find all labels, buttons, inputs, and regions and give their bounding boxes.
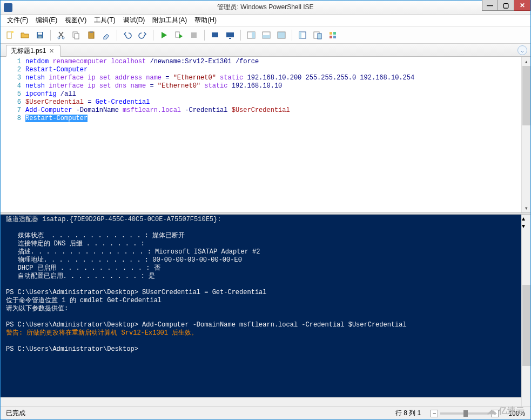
menu-debug[interactable]: 调试(D) bbox=[120, 15, 149, 26]
cursor-position: 行 8 列 1 bbox=[395, 409, 421, 418]
copy-icon[interactable] bbox=[70, 29, 82, 41]
tab-close-icon[interactable]: ✕ bbox=[49, 48, 56, 54]
statusbar: 已完成 行 8 列 1 − + 100% bbox=[1, 406, 530, 419]
console-output[interactable]: 隧道适配器 isatap.{7DE9D2GP-455C-40C5-0C0E-A7… bbox=[1, 215, 521, 406]
svg-rect-4 bbox=[38, 36, 42, 38]
code-content[interactable]: netdom renamecomputer localhost /newname… bbox=[25, 57, 521, 212]
scroll-up-icon[interactable]: ▴ bbox=[522, 57, 530, 66]
layout-right-icon[interactable] bbox=[245, 29, 257, 41]
scrollbar-thumb[interactable] bbox=[522, 66, 530, 125]
toolbar-separator bbox=[117, 30, 117, 41]
commands-pane-toggle[interactable]: ⌵ bbox=[517, 45, 527, 55]
menu-addons[interactable]: 附加工具(A) bbox=[149, 15, 190, 26]
svg-rect-1 bbox=[11, 31, 14, 33]
svg-rect-27 bbox=[333, 36, 336, 38]
menu-file[interactable]: 文件(F) bbox=[4, 15, 31, 26]
app-icon bbox=[4, 3, 12, 12]
save-icon[interactable] bbox=[34, 29, 46, 41]
console-scrollbar-horizontal[interactable] bbox=[1, 397, 521, 406]
stop-icon[interactable] bbox=[188, 29, 200, 41]
svg-rect-14 bbox=[226, 32, 234, 37]
scrollbar-thumb[interactable] bbox=[522, 285, 530, 366]
new-file-icon[interactable] bbox=[4, 29, 16, 41]
svg-rect-12 bbox=[191, 32, 197, 38]
minimize-button[interactable]: — bbox=[482, 0, 498, 11]
cut-icon[interactable] bbox=[55, 29, 67, 41]
svg-rect-26 bbox=[330, 36, 332, 38]
toolbar-separator bbox=[153, 30, 153, 41]
clear-icon[interactable] bbox=[100, 29, 112, 41]
tab-active[interactable]: 无标题1.ps1 ✕ bbox=[6, 45, 61, 57]
svg-rect-18 bbox=[263, 35, 270, 38]
zoom-thumb[interactable] bbox=[463, 410, 468, 417]
toolbox-icon[interactable] bbox=[327, 29, 339, 41]
editor-scrollbar-vertical[interactable]: ▴ ▾ bbox=[521, 57, 530, 212]
console-pane: 隧道适配器 isatap.{7DE9D2GP-455C-40C5-0C0E-A7… bbox=[1, 215, 530, 406]
zoom-level: 100% bbox=[508, 410, 525, 417]
menu-tools[interactable]: 工具(T) bbox=[91, 15, 118, 26]
window-root: 管理员: Windows PowerShell ISE — ▢ ✕ 文件(F) … bbox=[0, 0, 531, 420]
scroll-up-icon[interactable]: ▴ bbox=[522, 215, 530, 222]
open-folder-icon[interactable] bbox=[19, 29, 31, 41]
zoom-slider[interactable]: − + bbox=[431, 410, 499, 417]
tabbar: 无标题1.ps1 ✕ ⌵ bbox=[1, 44, 530, 57]
zoom-track[interactable] bbox=[440, 412, 489, 415]
close-button[interactable]: ✕ bbox=[514, 0, 530, 11]
svg-rect-11 bbox=[176, 32, 179, 37]
remote-icon[interactable] bbox=[224, 29, 236, 41]
paste-icon[interactable] bbox=[85, 29, 97, 41]
layout-full-icon[interactable] bbox=[275, 29, 287, 41]
console-scrollbar-vertical[interactable]: ▴ ▾ bbox=[521, 215, 530, 406]
zoom-out-button[interactable]: − bbox=[431, 410, 438, 417]
line-number-gutter: 12345678 bbox=[1, 57, 25, 212]
window-title: 管理员: Windows PowerShell ISE bbox=[1, 3, 530, 12]
maximize-button[interactable]: ▢ bbox=[498, 0, 514, 11]
toolbar-separator bbox=[292, 30, 292, 41]
svg-rect-19 bbox=[278, 32, 285, 38]
menubar: 文件(F) 编辑(E) 视图(V) 工具(T) 调试(D) 附加工具(A) 帮助… bbox=[1, 15, 530, 26]
svg-rect-8 bbox=[75, 34, 79, 39]
layout-bottom-icon[interactable] bbox=[260, 29, 272, 41]
tab-label: 无标题1.ps1 bbox=[11, 46, 46, 56]
status-message: 已完成 bbox=[6, 409, 25, 418]
command-addon-icon[interactable] bbox=[297, 29, 308, 41]
svg-rect-21 bbox=[299, 32, 301, 38]
svg-rect-23 bbox=[318, 34, 321, 39]
run-icon[interactable] bbox=[158, 29, 170, 41]
breakpoint-icon[interactable] bbox=[209, 29, 221, 41]
scroll-down-icon[interactable]: ▾ bbox=[522, 222, 530, 230]
svg-rect-10 bbox=[90, 31, 93, 33]
svg-rect-25 bbox=[333, 32, 336, 35]
toolbar bbox=[1, 26, 530, 44]
redo-icon[interactable] bbox=[137, 29, 149, 41]
titlebar[interactable]: 管理员: Windows PowerShell ISE — ▢ ✕ bbox=[1, 1, 530, 15]
script-editor[interactable]: 12345678 netdom renamecomputer localhost… bbox=[1, 57, 530, 212]
run-selection-icon[interactable] bbox=[173, 29, 185, 41]
menu-view[interactable]: 视图(V) bbox=[62, 15, 90, 26]
menu-edit[interactable]: 编辑(E) bbox=[32, 15, 61, 26]
menu-help[interactable]: 帮助(H) bbox=[191, 15, 220, 26]
toolbar-separator bbox=[50, 30, 51, 41]
svg-rect-13 bbox=[212, 32, 218, 37]
svg-rect-24 bbox=[330, 32, 332, 35]
zoom-in-button[interactable]: + bbox=[491, 410, 499, 417]
toolbar-separator bbox=[240, 30, 241, 41]
toolbar-separator bbox=[204, 30, 205, 41]
undo-icon[interactable] bbox=[122, 29, 133, 41]
svg-rect-0 bbox=[7, 32, 11, 38]
svg-rect-16 bbox=[252, 32, 255, 38]
show-command-icon[interactable] bbox=[312, 29, 324, 41]
svg-rect-3 bbox=[38, 32, 42, 35]
scroll-down-icon[interactable]: ▾ bbox=[522, 203, 530, 212]
